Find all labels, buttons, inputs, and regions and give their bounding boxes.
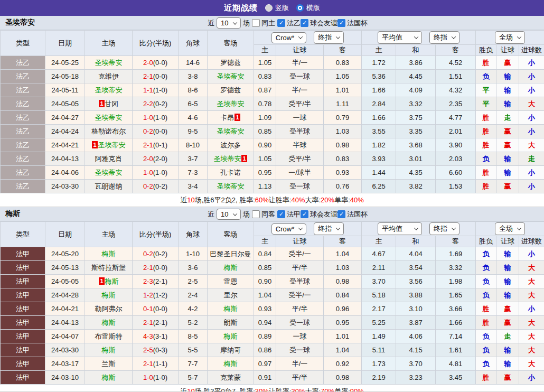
summary-text: 大率: xyxy=(305,387,321,392)
handicap-away-odds-cell: 0.79 xyxy=(324,111,362,125)
away-team-cell: 朗斯 xyxy=(208,316,254,330)
team-link[interactable]: 圣埃蒂安 xyxy=(217,72,245,80)
handicap-result-cell: 走 xyxy=(496,330,519,343)
radio-unselected-icon[interactable] xyxy=(265,4,273,12)
final-odds-select[interactable]: 终指 xyxy=(314,31,344,44)
match-result-cell: 负 xyxy=(476,70,496,83)
title-bar: 近期战绩 竖版 横版 xyxy=(0,0,544,16)
score-cell: 0-2(0-2) xyxy=(133,247,179,261)
date-cell: 24-03-30 xyxy=(45,343,85,357)
checkbox-checked-icon[interactable]: ✓ xyxy=(277,19,285,27)
match-count-select[interactable]: 10 xyxy=(217,209,241,220)
team-link[interactable]: 梅斯 xyxy=(102,346,116,354)
scope-select[interactable]: 全场 xyxy=(495,222,525,235)
handicap-away-odds-cell: 0.98 xyxy=(324,138,362,152)
bookmaker-select[interactable]: Crow* xyxy=(271,32,306,43)
league-checkbox[interactable]: ✓法国杯 xyxy=(337,210,368,219)
handicap-home-odds-cell: 0.84 xyxy=(254,247,276,261)
match-row: 法乙24-04-24格勒诺布尔0-2(0-0)9-5圣埃蒂安0.85受半球1.0… xyxy=(1,125,544,138)
average-select[interactable]: 平均值 xyxy=(378,31,422,44)
same-venue-checkbox[interactable]: 同主 xyxy=(252,18,275,28)
match-result-cell: 平 xyxy=(476,83,496,97)
handicap-away-odds-cell: 0.98 xyxy=(324,275,362,288)
league-checkbox[interactable]: ✓法国杯 xyxy=(337,18,368,28)
checkbox-checked-icon[interactable]: ✓ xyxy=(337,19,345,27)
score-cell: 2-0(2-0) xyxy=(133,152,179,166)
checkbox-unchecked-icon[interactable] xyxy=(252,19,260,27)
average-select[interactable]: 平均值 xyxy=(378,222,422,235)
chevron-down-icon xyxy=(336,34,340,39)
checkbox-unchecked-icon[interactable] xyxy=(252,210,260,218)
score-cell: 2-3(2-1) xyxy=(133,275,179,288)
checkbox-checked-icon[interactable]: ✓ xyxy=(301,210,308,218)
scope-select[interactable]: 全场 xyxy=(495,31,525,44)
checkbox-checked-icon[interactable]: ✓ xyxy=(301,19,308,27)
checkbox-checked-icon[interactable]: ✓ xyxy=(277,210,285,218)
final-odds-select[interactable]: 终指 xyxy=(314,222,344,235)
match-row: 法甲24-04-07布雷斯特4-3(3-1)8-5梅斯0.89一球1.011.4… xyxy=(1,330,544,343)
corners-cell: 1-10 xyxy=(179,247,208,261)
avg-home-odds-cell: 5.25 xyxy=(362,316,396,330)
avg-away-odds-cell: 1.53 xyxy=(436,180,476,193)
team-link: 里尔 xyxy=(224,291,238,299)
summary-stat-value: 30% xyxy=(255,387,269,392)
layout-radio-horizontal[interactable]: 横版 xyxy=(296,3,320,13)
summary-stat-value: 10 xyxy=(187,196,194,204)
team-link[interactable]: 梅斯 xyxy=(224,264,238,272)
team-link[interactable]: 梅斯 xyxy=(224,305,238,313)
league-checkbox[interactable]: ✓球会友谊 xyxy=(301,18,337,28)
league-checkbox[interactable]: ✓法甲 xyxy=(277,210,301,219)
league-cell: 法甲 xyxy=(1,302,45,316)
team-link[interactable]: 梅斯 xyxy=(102,250,116,258)
fulltime-score: 4-3 xyxy=(143,332,153,340)
avg-home-odds-cell: 1.66 xyxy=(362,83,396,97)
home-team-cell: 圣埃蒂安 xyxy=(85,83,133,97)
summary-stat-value: 90% xyxy=(350,387,364,392)
league-checkbox[interactable]: ✓球会友谊 xyxy=(301,210,337,219)
team-link[interactable]: 圣埃蒂安 xyxy=(213,155,241,163)
corners-cell: 6-5 xyxy=(179,97,208,111)
team-link[interactable]: 圣埃蒂安 xyxy=(95,59,123,67)
team-link[interactable]: 圣埃蒂安 xyxy=(95,169,123,176)
score-cell: 1-1(1-0) xyxy=(133,83,179,97)
team-link[interactable]: 梅斯 xyxy=(224,332,238,340)
bookmaker-select[interactable]: Crow* xyxy=(271,223,306,235)
avg-home-odds-cell: 2.11 xyxy=(362,261,396,275)
handicap-result-cell: 输 xyxy=(496,83,519,97)
date-cell: 24-04-24 xyxy=(45,125,85,138)
team-link[interactable]: 圣埃蒂安 xyxy=(98,141,126,149)
team-link[interactable]: 梅斯 xyxy=(102,291,116,299)
checkbox-checked-icon[interactable]: ✓ xyxy=(337,210,345,218)
home-team-cell: 梅斯 xyxy=(85,316,133,330)
col-header-type: 类型 xyxy=(1,222,45,247)
league-checkbox[interactable]: ✓法乙 xyxy=(277,18,301,28)
away-team-cell: 孔卡诺 xyxy=(208,166,254,180)
radio-selected-icon[interactable] xyxy=(296,4,304,12)
average-select-group: 平均值 终指 xyxy=(362,222,476,236)
match-row: 法甲24-03-10梅斯1-0(1-0)5-7克莱蒙0.91平/半0.982.1… xyxy=(1,371,544,385)
match-result-cell: 负 xyxy=(476,247,496,261)
summary-stat-value: 60% xyxy=(255,196,269,204)
team-link[interactable]: 圣埃蒂安 xyxy=(95,114,123,122)
handicap-away-odds-cell: 0.83 xyxy=(324,152,362,166)
layout-radio-vertical[interactable]: 竖版 xyxy=(265,3,289,13)
final-odds-select[interactable]: 终指 xyxy=(429,222,459,235)
team-link[interactable]: 圣埃蒂安 xyxy=(217,127,245,135)
team-link[interactable]: 梅斯 xyxy=(224,360,238,368)
avg-away-odds-cell: 4.52 xyxy=(436,56,476,70)
team-link[interactable]: 梅斯 xyxy=(102,319,116,326)
team-link[interactable]: 梅斯 xyxy=(102,374,116,381)
avg-away-odds-cell: 2.01 xyxy=(436,125,476,138)
sub-col-header-让球: 让球 xyxy=(276,45,324,56)
same-venue-checkbox[interactable]: 同客 xyxy=(252,210,275,219)
match-count-select[interactable]: 10 xyxy=(217,17,241,29)
team-section: 圣埃蒂安 近 10 场 同主 ✓法乙✓球会友谊✓法国杯 类型 日期 主场 比分(… xyxy=(0,16,544,207)
halftime-score: (2-1) xyxy=(153,277,167,285)
handicap-away-odds-cell: 0.76 xyxy=(324,180,362,193)
score-cell: 0-2(0-2) xyxy=(133,180,179,193)
team-link[interactable]: 圣埃蒂安 xyxy=(217,100,245,108)
team-link[interactable]: 圣埃蒂安 xyxy=(95,86,123,94)
team-link[interactable]: 梅斯 xyxy=(105,277,119,285)
final-odds-select[interactable]: 终指 xyxy=(429,31,459,44)
team-link[interactable]: 圣埃蒂安 xyxy=(217,182,245,190)
